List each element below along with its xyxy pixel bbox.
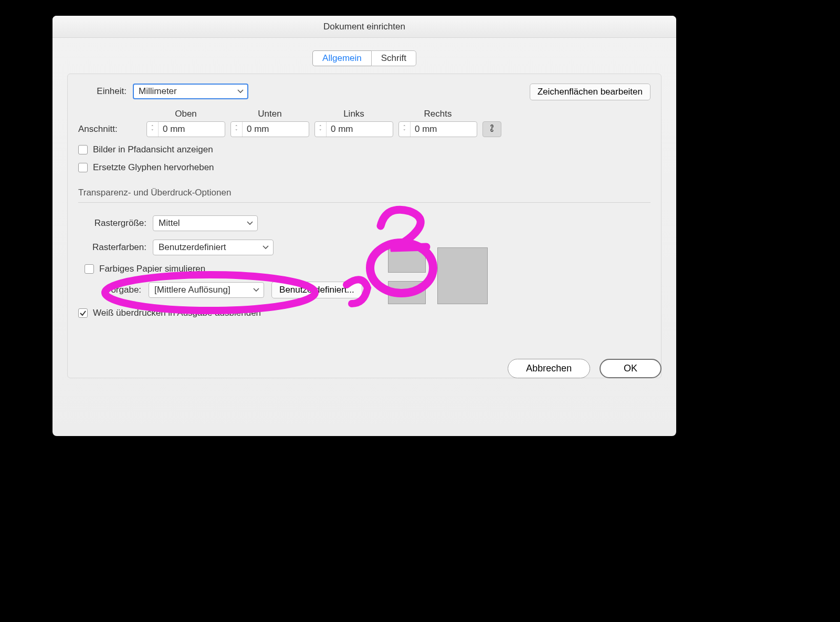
highlight-glyphs-label: Ersetzte Glyphen hervorheben [93, 162, 214, 173]
unit-select[interactable]: Millimeter [133, 84, 248, 99]
chevron-down-icon [253, 288, 259, 292]
grid-colors-label: Rasterfarben: [78, 242, 146, 253]
chevron-down-icon [237, 89, 244, 94]
chevron-down-icon [247, 221, 253, 225]
bleed-top-value: 0 mm [159, 124, 190, 134]
overprint-white-checkbox[interactable] [78, 308, 88, 318]
chevron-down-icon [262, 245, 269, 250]
grid-colors-value: Benutzerdefiniert [159, 242, 226, 253]
bleed-label: Anschnitt: [78, 124, 141, 134]
highlight-glyphs-checkbox[interactable] [78, 163, 88, 172]
link-icon [488, 123, 496, 136]
grid-colors-select[interactable]: Benutzerdefiniert [153, 240, 274, 255]
stepper-arrows-icon[interactable]: ˄˅ [399, 122, 411, 137]
tab-general[interactable]: Allgemein [312, 50, 371, 66]
grid-size-select[interactable]: Mittel [153, 215, 258, 231]
grid-color-swatch-dark[interactable] [388, 281, 426, 304]
preset-select[interactable]: [Mittlere Auflösung] [149, 282, 264, 298]
show-images-label: Bilder in Pfadansicht anzeigen [93, 144, 213, 155]
bleed-bottom-label: Unten [230, 109, 309, 119]
grid-size-value: Mittel [159, 218, 180, 229]
transparency-section-title: Transparenz- und Überdruck-Optionen [78, 188, 650, 203]
preset-label: Vorgabe: [106, 285, 141, 295]
document-setup-dialog: Dokument einrichten Allgemein Schrift Ei… [52, 16, 676, 436]
grid-color-swatch-light[interactable] [388, 250, 426, 273]
simulate-paper-label: Farbiges Papier simulieren [99, 264, 205, 274]
grid-preview-box [437, 247, 488, 304]
dialog-title: Dokument einrichten [52, 16, 676, 38]
edit-artboards-button[interactable]: Zeichenflächen bearbeiten [530, 84, 650, 100]
bleed-top-input[interactable]: ˄˅ 0 mm [146, 121, 225, 137]
stepper-arrows-icon[interactable]: ˄˅ [315, 122, 327, 137]
preset-custom-button[interactable]: Benutzerdefiniert... [271, 282, 362, 298]
show-images-checkbox[interactable] [78, 145, 88, 154]
ok-button[interactable]: OK [600, 359, 662, 378]
tab-bar: Allgemein Schrift [67, 50, 662, 66]
cancel-button[interactable]: Abbrechen [508, 359, 590, 378]
overprint-white-label: Weiß überdrucken in Ausgabe ausblenden [93, 308, 261, 318]
bleed-right-label: Rechts [398, 109, 477, 119]
simulate-paper-checkbox[interactable] [85, 264, 94, 274]
bleed-bottom-value: 0 mm [243, 124, 274, 134]
bleed-left-value: 0 mm [327, 124, 358, 134]
link-bleed-button[interactable] [482, 121, 501, 137]
unit-value: Millimeter [139, 86, 177, 97]
bleed-bottom-input[interactable]: ˄˅ 0 mm [230, 121, 309, 137]
stepper-arrows-icon[interactable]: ˄˅ [231, 122, 243, 137]
stepper-arrows-icon[interactable]: ˄˅ [147, 122, 159, 137]
bleed-right-input[interactable]: ˄˅ 0 mm [398, 121, 477, 137]
grid-size-label: Rastergröße: [78, 218, 146, 229]
tab-type[interactable]: Schrift [371, 50, 416, 66]
bleed-right-value: 0 mm [411, 124, 442, 134]
general-panel: Einheit: Millimeter Zeichenflächen bearb… [67, 74, 662, 378]
bleed-top-label: Oben [146, 109, 225, 119]
preset-value: [Mittlere Auflösung] [154, 285, 230, 295]
bleed-left-label: Links [314, 109, 393, 119]
grid-color-preview [383, 247, 488, 310]
unit-label: Einheit: [78, 86, 127, 97]
dialog-content: Allgemein Schrift Einheit: Millimeter Ze… [52, 38, 676, 389]
bleed-left-input[interactable]: ˄˅ 0 mm [314, 121, 393, 137]
